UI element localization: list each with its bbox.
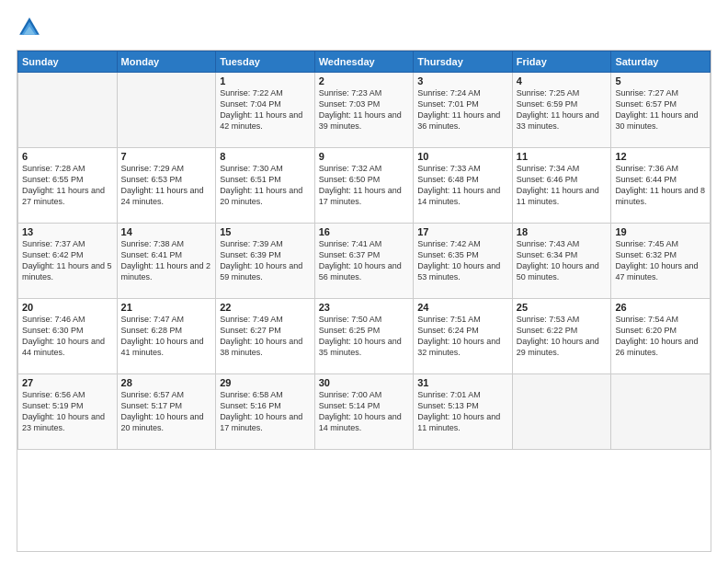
calendar-cell [512,374,611,450]
cell-info: Sunrise: 7:36 AMSunset: 6:44 PMDaylight:… [615,163,706,208]
calendar-cell: 15Sunrise: 7:39 AMSunset: 6:39 PMDayligh… [216,224,315,299]
calendar-cell: 9Sunrise: 7:32 AMSunset: 6:50 PMDaylight… [314,148,414,224]
weekday-header-tuesday: Tuesday [216,52,315,73]
calendar-cell: 14Sunrise: 7:38 AMSunset: 6:41 PMDayligh… [117,224,216,299]
calendar-cell: 26Sunrise: 7:54 AMSunset: 6:20 PMDayligh… [611,299,711,374]
day-number: 22 [220,302,311,313]
cell-info: Sunrise: 7:43 AMSunset: 6:34 PMDaylight:… [517,238,608,283]
calendar-cell: 13Sunrise: 7:37 AMSunset: 6:42 PMDayligh… [18,224,118,299]
cell-info: Sunrise: 7:22 AMSunset: 7:04 PMDaylight:… [220,87,311,132]
cell-info: Sunrise: 7:28 AMSunset: 6:55 PMDaylight:… [22,163,113,208]
calendar-cell: 16Sunrise: 7:41 AMSunset: 6:37 PMDayligh… [314,224,414,299]
cell-info: Sunrise: 7:32 AMSunset: 6:50 PMDaylight:… [319,163,410,208]
day-number: 4 [517,75,608,86]
day-number: 31 [417,377,508,388]
cell-info: Sunrise: 7:47 AMSunset: 6:28 PMDaylight:… [121,314,212,359]
weekday-header-wednesday: Wednesday [314,52,414,73]
cell-info: Sunrise: 7:46 AMSunset: 6:30 PMDaylight:… [22,314,113,359]
weekday-header-monday: Monday [117,52,216,73]
cell-info: Sunrise: 7:49 AMSunset: 6:27 PMDaylight:… [220,314,311,359]
day-number: 8 [220,151,311,162]
day-number: 11 [517,151,608,162]
day-number: 18 [517,226,608,237]
day-number: 19 [615,226,706,237]
calendar-cell: 10Sunrise: 7:33 AMSunset: 6:48 PMDayligh… [414,148,513,224]
calendar-cell [18,73,118,148]
calendar-cell: 23Sunrise: 7:50 AMSunset: 6:25 PMDayligh… [314,299,414,374]
calendar-cell: 2Sunrise: 7:23 AMSunset: 7:03 PMDaylight… [314,73,414,148]
day-number: 10 [417,151,508,162]
cell-info: Sunrise: 7:41 AMSunset: 6:37 PMDaylight:… [319,238,410,283]
cell-info: Sunrise: 7:51 AMSunset: 6:24 PMDaylight:… [417,314,508,359]
cell-info: Sunrise: 7:42 AMSunset: 6:35 PMDaylight:… [417,238,508,283]
cell-info: Sunrise: 6:56 AMSunset: 5:19 PMDaylight:… [22,389,113,434]
day-number: 5 [615,75,706,86]
calendar-cell: 25Sunrise: 7:53 AMSunset: 6:22 PMDayligh… [512,299,611,374]
cell-info: Sunrise: 7:50 AMSunset: 6:25 PMDaylight:… [319,314,410,359]
weekday-header-sunday: Sunday [18,52,118,73]
calendar-cell: 20Sunrise: 7:46 AMSunset: 6:30 PMDayligh… [18,299,118,374]
cell-info: Sunrise: 7:38 AMSunset: 6:41 PMDaylight:… [121,238,212,283]
day-number: 20 [22,302,113,313]
day-number: 3 [417,75,508,86]
cell-info: Sunrise: 7:53 AMSunset: 6:22 PMDaylight:… [517,314,608,359]
calendar-cell: 19Sunrise: 7:45 AMSunset: 6:32 PMDayligh… [611,224,711,299]
day-number: 23 [319,302,410,313]
day-number: 28 [121,377,212,388]
day-number: 14 [121,226,212,237]
day-number: 26 [615,302,706,313]
cell-info: Sunrise: 7:27 AMSunset: 6:57 PMDaylight:… [615,87,706,132]
cell-info: Sunrise: 6:57 AMSunset: 5:17 PMDaylight:… [121,389,212,434]
calendar-cell: 3Sunrise: 7:24 AMSunset: 7:01 PMDaylight… [414,73,513,148]
day-number: 24 [417,302,508,313]
day-number: 2 [319,75,410,86]
cell-info: Sunrise: 7:34 AMSunset: 6:46 PMDaylight:… [517,163,608,208]
weekday-header-friday: Friday [512,52,611,73]
calendar-cell: 31Sunrise: 7:01 AMSunset: 5:13 PMDayligh… [414,374,513,450]
calendar-cell: 8Sunrise: 7:30 AMSunset: 6:51 PMDaylight… [216,148,315,224]
cell-info: Sunrise: 7:01 AMSunset: 5:13 PMDaylight:… [417,389,508,434]
day-number: 17 [417,226,508,237]
calendar-cell: 22Sunrise: 7:49 AMSunset: 6:27 PMDayligh… [216,299,315,374]
calendar-cell: 12Sunrise: 7:36 AMSunset: 6:44 PMDayligh… [611,148,711,224]
day-number: 15 [220,226,311,237]
calendar-cell: 11Sunrise: 7:34 AMSunset: 6:46 PMDayligh… [512,148,611,224]
cell-info: Sunrise: 7:25 AMSunset: 6:59 PMDaylight:… [517,87,608,132]
calendar-cell: 5Sunrise: 7:27 AMSunset: 6:57 PMDaylight… [611,73,711,148]
calendar-cell: 1Sunrise: 7:22 AMSunset: 7:04 PMDaylight… [216,73,315,148]
calendar-cell: 29Sunrise: 6:58 AMSunset: 5:16 PMDayligh… [216,374,315,450]
calendar-cell: 28Sunrise: 6:57 AMSunset: 5:17 PMDayligh… [117,374,216,450]
calendar-cell: 27Sunrise: 6:56 AMSunset: 5:19 PMDayligh… [18,374,118,450]
calendar-cell: 7Sunrise: 7:29 AMSunset: 6:53 PMDaylight… [117,148,216,224]
day-number: 7 [121,151,212,162]
cell-info: Sunrise: 7:23 AMSunset: 7:03 PMDaylight:… [319,87,410,132]
day-number: 27 [22,377,113,388]
day-number: 1 [220,75,311,86]
weekday-header-saturday: Saturday [611,52,711,73]
calendar-cell: 18Sunrise: 7:43 AMSunset: 6:34 PMDayligh… [512,224,611,299]
cell-info: Sunrise: 6:58 AMSunset: 5:16 PMDaylight:… [220,389,311,434]
cell-info: Sunrise: 7:39 AMSunset: 6:39 PMDaylight:… [220,238,311,283]
cell-info: Sunrise: 7:00 AMSunset: 5:14 PMDaylight:… [319,389,410,434]
logo [17,15,46,40]
calendar-cell [117,73,216,148]
day-number: 21 [121,302,212,313]
calendar-cell: 4Sunrise: 7:25 AMSunset: 6:59 PMDaylight… [512,73,611,148]
day-number: 30 [319,377,410,388]
day-number: 12 [615,151,706,162]
day-number: 25 [517,302,608,313]
cell-info: Sunrise: 7:54 AMSunset: 6:20 PMDaylight:… [615,314,706,359]
calendar: SundayMondayTuesdayWednesdayThursdayFrid… [17,50,711,552]
calendar-cell: 30Sunrise: 7:00 AMSunset: 5:14 PMDayligh… [314,374,414,450]
calendar-cell [611,374,711,450]
day-number: 16 [319,226,410,237]
cell-info: Sunrise: 7:24 AMSunset: 7:01 PMDaylight:… [417,87,508,132]
cell-info: Sunrise: 7:45 AMSunset: 6:32 PMDaylight:… [615,238,706,283]
cell-info: Sunrise: 7:30 AMSunset: 6:51 PMDaylight:… [220,163,311,208]
calendar-cell: 21Sunrise: 7:47 AMSunset: 6:28 PMDayligh… [117,299,216,374]
cell-info: Sunrise: 7:37 AMSunset: 6:42 PMDaylight:… [22,238,113,283]
day-number: 6 [22,151,113,162]
calendar-cell: 6Sunrise: 7:28 AMSunset: 6:55 PMDaylight… [18,148,118,224]
calendar-cell: 17Sunrise: 7:42 AMSunset: 6:35 PMDayligh… [414,224,513,299]
calendar-cell: 24Sunrise: 7:51 AMSunset: 6:24 PMDayligh… [414,299,513,374]
